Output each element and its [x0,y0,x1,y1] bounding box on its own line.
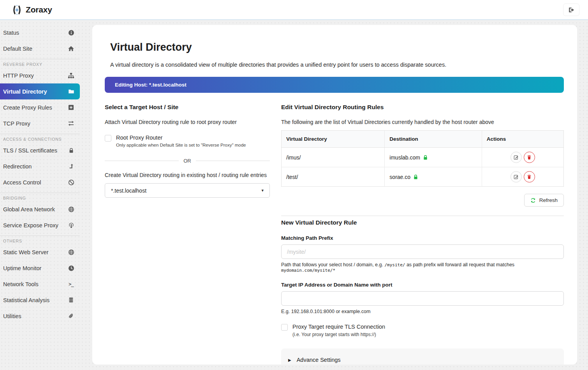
brand-name: Zoraxy [26,5,52,14]
proxy-tls-label: Proxy Target require TLS Connection [292,324,385,330]
cell-destination: sorae.co [389,174,410,180]
sidebar-item-label: TCP Proxy [3,120,30,127]
edit-icon [514,155,519,160]
ban-icon [68,179,74,186]
sidebar-item-create-proxy-rules[interactable]: Create Proxy Rules [0,99,92,115]
edit-rule-button[interactable] [511,171,522,182]
target-host-heading: Select a Target Host / Site [105,104,270,111]
globe-icon [68,206,74,212]
root-proxy-router-note: Only applicable when Default Site is set… [116,143,246,147]
root-proxy-router-label: Root Proxy Router [116,135,246,141]
cell-destination: imuslab.com [389,154,420,161]
refresh-icon [530,198,536,203]
folder-icon [68,89,74,94]
sidebar-item-service-expose-proxy[interactable]: Service Expose Proxy [0,217,92,233]
sidebar-item-virtual-directory[interactable]: Virtual Directory [0,83,80,99]
sidebar-item-redirection[interactable]: TLS / SSL certificates Redirection [0,158,92,174]
refresh-button[interactable]: Refresh [524,194,564,207]
routing-rules-heading: Edit Virtual Directory Routing Rules [281,104,564,111]
sidebar-section-reverse-proxy: REVERSE PROXY [0,59,80,67]
delete-rule-button[interactable] [524,171,535,182]
lock-icon [68,147,74,154]
zoraxy-logo-icon [12,5,22,15]
tls-lock-icon [423,155,428,160]
level-up-icon [68,163,74,169]
sidebar-item-default-site[interactable]: Default Site [0,41,92,57]
sidebar-item-access-control[interactable]: Access Control [0,174,92,190]
edit-icon [514,174,519,179]
path-example-code: /mysite/ [384,262,405,267]
sidebar-item-label: Statistical Analysis [3,297,49,303]
sidebar-item-tcp-proxy[interactable]: TCP Proxy [0,115,92,131]
section-divider [281,216,564,216]
or-divider: OR [105,158,270,164]
app-logo: Zoraxy [12,5,52,15]
virtual-directory-table: Virtual Directory Destination Actions /i… [281,130,564,187]
sidebar-section-others: OTHERS [0,235,80,244]
logout-button[interactable] [563,4,579,16]
matching-path-input[interactable] [281,244,564,259]
sidebar-item-tls-ssl-certificates[interactable]: TLS / SSL certificates [0,142,92,158]
database-icon [68,297,74,303]
delete-rule-button[interactable] [524,152,535,163]
table-row: /test/ sorae.co [282,167,564,187]
sidebar-item-label: Network Tools [3,281,39,287]
sidebar-item-label: Utilities [3,313,21,319]
proxy-tls-checkbox[interactable] [281,324,288,331]
sidebar-item-utilities[interactable]: Utilities [0,308,92,324]
sidebar-item-label: Static Web Server [3,249,49,255]
edit-rule-button[interactable] [511,152,522,163]
table-row: /imus/ imuslab.com [282,148,564,167]
main-area: Virtual Directory A virtual directory is… [92,20,588,370]
editing-host-banner: Editing Host: *.test.localhost [105,77,564,93]
podcast-icon [68,222,74,228]
sidebar-item-label: TLS / SSL certificates [3,147,57,154]
sidebar-item-label: Default Site [3,46,32,52]
sidebar-item-label: Global Area Network [3,206,55,212]
host-select-value: *.test.localhost [111,188,146,194]
target-host-section: Select a Target Host / Site Attach Virtu… [105,101,270,365]
trash-icon [527,155,532,160]
divider-line [196,161,270,161]
root-proxy-router-checkbox[interactable] [105,135,111,142]
column-header-destination: Destination [385,131,482,148]
sidebar-item-label: Create Proxy Rules [3,104,52,111]
sidebar-item-global-area-network[interactable]: Global Area Network [0,201,92,217]
sign-out-icon [568,7,575,13]
sidebar-item-statistical-analysis[interactable]: Statistical Analysis [0,292,92,308]
sidebar-item-uptime-monitor[interactable]: Uptime Monitor [0,260,92,276]
sidebar-item-label: Virtual Directory [3,89,47,95]
divider-line [105,161,179,161]
matching-path-label: Matching Path Prefix [281,235,564,241]
attach-rule-text: Attach Virtual Directory routing rule to… [105,119,270,125]
sidebar-item-label: Uptime Monitor [3,265,41,271]
clock-icon [68,265,74,271]
sidebar-item-label: Status [3,30,19,36]
sidebar-item-status[interactable]: Status [0,25,92,41]
page-description: A virtual directory is a consolidated vi… [110,62,564,68]
target-address-help: E.g. 192.168.0.101:8000 or example.com [281,309,564,314]
advance-settings-accordion[interactable]: ▶ Advance Settings [281,349,564,365]
paperclip-icon [68,313,74,319]
column-header-virtual-directory: Virtual Directory [282,131,385,148]
sidebar-item-label: Service Expose Proxy [3,222,58,228]
sidebar-item-label: Redirection [3,163,32,170]
target-address-label: Target IP Address or Domain Name with po… [281,282,564,288]
chevron-down-icon: ▾ [261,188,264,193]
refresh-label: Refresh [539,197,558,203]
target-address-input[interactable] [281,291,564,306]
globe-icon [68,249,74,255]
sidebar-section-bridging: BRIDGING [0,193,80,201]
or-label: OR [183,158,191,164]
sidebar-item-label: Access Control [3,179,41,186]
sidebar-section-access-connections: ACCESS & CONNECTIONS [0,134,80,142]
terminal-icon: >_ [68,281,74,287]
sidebar-item-static-web-server[interactable]: Static Web Server [0,244,92,260]
host-select-dropdown[interactable]: *.test.localhost ▾ [105,183,270,198]
sidebar: Status Default Site REVERSE PROXY HTTP P… [0,20,92,370]
sidebar-item-http-proxy[interactable]: HTTP Proxy [0,67,92,83]
cell-virtual-directory: /imus/ [282,148,385,167]
sidebar-item-network-tools[interactable]: Network Tools >_ [0,276,92,292]
editing-host-text: Editing Host: *.test.localhost [115,82,187,88]
advance-settings-label: Advance Settings [297,357,341,363]
